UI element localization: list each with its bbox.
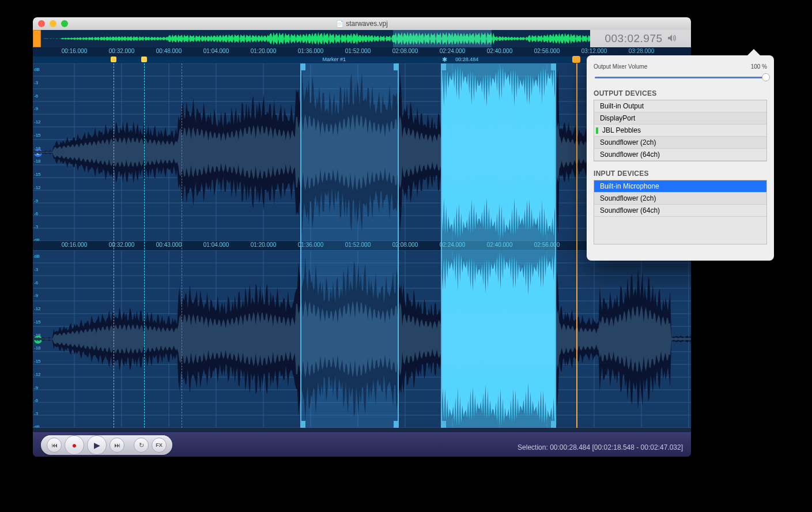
ruler-tick: 01:36.000 <box>298 48 324 54</box>
loop-region[interactable] <box>300 63 399 428</box>
overview-selection[interactable] <box>393 30 492 47</box>
volume-value: 100 % <box>751 63 767 70</box>
ruler-tick: 02:56.000 <box>534 48 560 54</box>
output-device-row[interactable]: Soundflower (2ch) <box>594 137 766 149</box>
input-device-row[interactable]: Soundflower (64ch) <box>594 205 766 217</box>
marker-label[interactable]: Marker #1 <box>322 57 346 62</box>
ruler-tick: 00:43.000 <box>156 242 182 248</box>
overview-waveform <box>43 31 607 46</box>
output-devices-heading: OUTPUT DEVICES <box>594 89 767 97</box>
marker-star-icon[interactable]: ✱ <box>442 56 447 63</box>
input-devices-list: Built-in MicrophoneSoundflower (2ch)Soun… <box>594 180 767 244</box>
speaker-icon[interactable] <box>667 32 677 45</box>
bottom-bar: ⏮ ● ▶ ⏭ ↻ FX Selection: 00:00:28.484 [00… <box>33 432 691 457</box>
transport-controls: ⏮ ● ▶ ⏭ ↻ FX <box>41 435 172 455</box>
ruler-tick: 01:20.000 <box>251 48 277 54</box>
ruler-tick: 00:16.000 <box>62 48 88 54</box>
overview-scroll-handle[interactable] <box>33 30 41 47</box>
ruler-tick: 02:24.000 <box>440 48 466 54</box>
overview-strip[interactable]: 003:02.975 <box>33 30 691 47</box>
output-device-row[interactable]: DisplayPort <box>594 112 766 125</box>
ruler-tick: 03:28.000 <box>629 48 655 54</box>
ruler-tick: 02:40.000 <box>487 48 513 54</box>
audio-devices-popover: Output Mixer Volume 100 % OUTPUT DEVICES… <box>587 55 774 261</box>
locator-flag[interactable] <box>111 57 116 62</box>
locator-flag[interactable] <box>141 57 147 62</box>
ruler-tick: 00:16.000 <box>62 242 88 248</box>
document-title: starwaves.vpj <box>33 20 691 28</box>
ruler-tick: 01:20.000 <box>251 242 277 248</box>
ruler-tick: 01:04.000 <box>203 242 229 248</box>
svg-marker-0 <box>43 32 607 45</box>
skip-start-button[interactable]: ⏮ <box>47 438 62 453</box>
playhead-handle[interactable] <box>572 56 580 63</box>
output-device-row[interactable]: Built-in Output <box>594 100 766 112</box>
volume-label: Output Mixer Volume <box>594 63 647 70</box>
skip-end-button[interactable]: ⏭ <box>109 438 124 453</box>
loop-button[interactable]: ↻ <box>134 438 149 453</box>
selection-status: Selection: 00:00:28.484 [00:02:18.548 - … <box>518 443 683 451</box>
input-devices-heading: INPUT DEVICES <box>594 170 767 178</box>
ruler-tick: 01:52.000 <box>345 48 371 54</box>
time-counter: 003:02.975 <box>590 30 691 47</box>
play-button[interactable]: ▶ <box>87 435 107 455</box>
input-device-row[interactable]: Built-in Microphone <box>594 180 766 193</box>
ruler-tick: 00:48.000 <box>156 48 182 54</box>
ruler-tick: 00:32.000 <box>109 242 135 248</box>
output-devices-list: Built-in OutputDisplayPortJBL PebblesSou… <box>594 100 767 161</box>
output-device-row[interactable]: Soundflower (64ch) <box>594 149 766 161</box>
selection-region[interactable] <box>441 63 556 428</box>
ruler-tick: 00:32.000 <box>109 48 135 54</box>
titlebar: starwaves.vpj <box>33 17 691 30</box>
ruler-tick: 03:12.000 <box>581 48 607 54</box>
fx-button[interactable]: FX <box>152 438 167 453</box>
time-counter-value: 003:02.975 <box>605 32 662 45</box>
input-device-row[interactable]: Soundflower (2ch) <box>594 193 766 205</box>
volume-slider[interactable] <box>595 73 766 81</box>
output-device-row[interactable]: JBL Pebbles <box>594 125 766 137</box>
ruler-tick: 02:08.000 <box>392 48 418 54</box>
record-button[interactable]: ● <box>65 435 84 455</box>
ruler-tick: 01:04.000 <box>203 48 229 54</box>
marker-time: 00:28.484 <box>455 57 478 62</box>
